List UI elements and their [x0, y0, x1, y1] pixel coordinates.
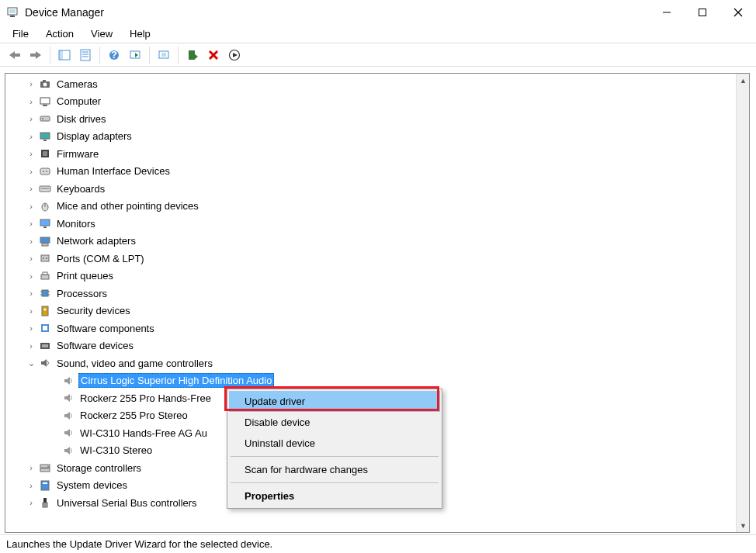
- expander-icon[interactable]: ›: [26, 481, 36, 490]
- update-driver-icon[interactable]: [154, 45, 174, 65]
- expander-icon[interactable]: ›: [26, 132, 36, 141]
- scroll-down-icon[interactable]: ▼: [737, 519, 750, 532]
- menu-help[interactable]: Help: [122, 26, 158, 41]
- tree-category[interactable]: ›Firmware: [15, 145, 736, 163]
- context-menu-item[interactable]: Disable device: [229, 412, 440, 433]
- expander-icon[interactable]: ›: [26, 202, 36, 211]
- tree-category[interactable]: ›Computer: [15, 93, 736, 111]
- tree-item-label: Rockerz 255 Pro Hands-Free: [78, 392, 213, 405]
- close-button[interactable]: [720, 0, 756, 25]
- expander-icon[interactable]: ›: [26, 323, 36, 333]
- menu-action[interactable]: Action: [38, 26, 81, 41]
- titlebar: Device Manager: [0, 0, 756, 25]
- tree-item-label: Processors: [55, 287, 109, 300]
- disable-device-icon[interactable]: [203, 45, 224, 65]
- expander-icon[interactable]: ›: [26, 79, 36, 88]
- softdev-icon: [38, 339, 52, 353]
- tree-category[interactable]: ›Disk drives: [15, 110, 736, 128]
- expander-icon[interactable]: ›: [26, 254, 36, 263]
- properties-icon[interactable]: [75, 45, 95, 65]
- expander-icon[interactable]: ›: [26, 184, 36, 193]
- speaker-icon: [61, 374, 75, 388]
- expander-icon[interactable]: ›: [26, 289, 36, 298]
- context-menu[interactable]: Update driverDisable deviceUninstall dev…: [227, 389, 442, 509]
- expander-icon[interactable]: ›: [26, 149, 36, 158]
- maximize-button[interactable]: [685, 0, 720, 25]
- expander-icon[interactable]: ›: [26, 463, 36, 472]
- tree-item-label: Ports (COM & LPT): [55, 252, 146, 265]
- tree-item-label: Storage controllers: [55, 461, 143, 475]
- tree-item-label: WI-C310 Hands-Free AG Au: [78, 427, 209, 440]
- app-icon: [6, 6, 19, 19]
- uninstall-device-icon[interactable]: [182, 45, 203, 65]
- network-icon: [38, 234, 52, 248]
- context-menu-item[interactable]: Update driver: [229, 391, 440, 412]
- expander-icon[interactable]: ›: [26, 167, 36, 176]
- expander-icon[interactable]: ›: [26, 498, 36, 507]
- tree-category[interactable]: ›Software components: [15, 320, 736, 337]
- expander-icon[interactable]: ›: [26, 97, 36, 106]
- scan-hardware-icon[interactable]: [125, 45, 145, 65]
- tree-category[interactable]: ›Processors: [15, 285, 736, 302]
- tree-item-label: System devices: [55, 479, 129, 492]
- tree-item-label: Rockerz 255 Pro Stereo: [78, 409, 189, 422]
- scroll-up-icon[interactable]: ▲: [737, 74, 750, 87]
- svg-marker-64: [64, 377, 70, 385]
- tree-category[interactable]: ›Network adapters: [15, 233, 736, 251]
- tree-category[interactable]: ›Keyboards: [15, 180, 736, 198]
- tree-item-label: Security devices: [55, 304, 132, 317]
- tree-category[interactable]: ›Security devices: [15, 302, 736, 320]
- tree-category[interactable]: ›Software devices: [15, 337, 736, 355]
- tree-category[interactable]: ⌄Sound, video and game controllers: [15, 354, 736, 372]
- show-hide-console-tree-icon[interactable]: [54, 45, 75, 65]
- tree-device[interactable]: Cirrus Logic Superior High Definition Au…: [15, 372, 736, 390]
- display-icon: [38, 130, 52, 143]
- tree-item-label: Human Interface Devices: [55, 164, 172, 178]
- firmware-icon: [38, 147, 52, 161]
- svg-rect-4: [699, 9, 706, 16]
- svg-marker-20: [194, 54, 198, 60]
- monitor-icon: [38, 216, 52, 230]
- tree-category[interactable]: ›Cameras: [15, 75, 736, 93]
- help-icon[interactable]: ?: [104, 45, 124, 65]
- svg-rect-19: [189, 50, 195, 60]
- enable-device-icon[interactable]: [224, 45, 244, 65]
- svg-rect-36: [40, 168, 50, 175]
- menu-file[interactable]: File: [5, 26, 36, 41]
- expander-icon[interactable]: ›: [26, 306, 36, 316]
- expander-icon[interactable]: ›: [26, 219, 36, 228]
- expander-icon[interactable]: ›: [26, 114, 36, 123]
- tree-item-label: WI-C310 Stereo: [78, 444, 154, 457]
- forward-button[interactable]: [26, 45, 46, 65]
- tree-category[interactable]: ›Display adapters: [15, 128, 736, 146]
- context-menu-separator: [231, 482, 439, 483]
- expander-icon[interactable]: ⌄: [26, 358, 36, 368]
- context-menu-separator: [231, 456, 439, 457]
- context-menu-item[interactable]: Properties: [229, 486, 440, 506]
- svg-point-26: [43, 83, 47, 87]
- expander-icon[interactable]: ›: [26, 271, 36, 281]
- tree-category[interactable]: ›Human Interface Devices: [15, 163, 736, 181]
- menubar: File Action View Help: [0, 25, 756, 43]
- minimize-button[interactable]: [649, 0, 685, 25]
- tree-category[interactable]: ›Print queues: [15, 268, 736, 285]
- security-icon: [38, 304, 52, 318]
- svg-marker-65: [64, 394, 70, 402]
- svg-rect-71: [47, 466, 49, 467]
- expander-icon[interactable]: ›: [26, 237, 36, 246]
- svg-marker-68: [64, 447, 70, 454]
- back-button[interactable]: [5, 45, 25, 65]
- context-menu-item[interactable]: Uninstall device: [229, 433, 440, 454]
- tree-category[interactable]: ›Monitors: [15, 215, 736, 233]
- context-menu-item[interactable]: Scan for hardware changes: [229, 459, 440, 480]
- menu-view[interactable]: View: [83, 26, 120, 41]
- window-buttons: [649, 0, 756, 25]
- tree-category[interactable]: ›Ports (COM & LPT): [15, 250, 736, 268]
- expander-icon[interactable]: ›: [26, 341, 36, 351]
- vertical-scrollbar[interactable]: ▲ ▼: [736, 74, 749, 532]
- svg-rect-70: [40, 468, 50, 472]
- svg-point-49: [46, 257, 47, 259]
- statusbar-text: Launches the Update Driver Wizard for th…: [6, 538, 272, 550]
- tree-category[interactable]: ›Mice and other pointing devices: [15, 198, 736, 216]
- svg-rect-33: [43, 140, 47, 141]
